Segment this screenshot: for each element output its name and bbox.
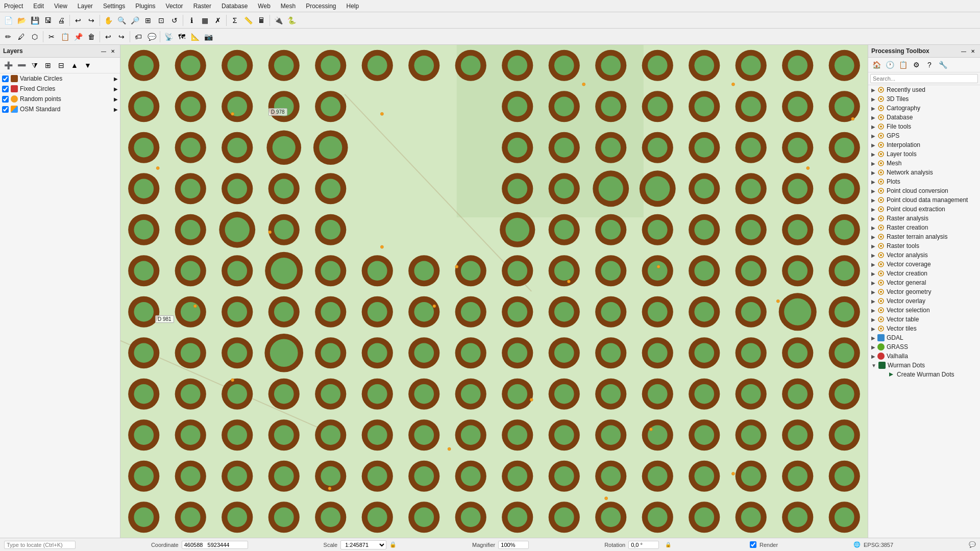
layer-expand-variable-circles[interactable]: ▶ — [114, 76, 118, 82]
toolbox-item-vector-tiles[interactable]: ▶Vector tiles — [868, 324, 980, 333]
toolbox-item-gps[interactable]: ▶GPS — [868, 131, 980, 140]
layer-check-random-points[interactable] — [2, 96, 9, 103]
processing-history-button[interactable]: 🕐 — [884, 59, 896, 71]
deselect-button[interactable]: ✗ — [212, 14, 224, 27]
toolbox-item-raster-terrain-analysis[interactable]: ▶Raster terrain analysis — [868, 232, 980, 241]
refresh-button[interactable]: ↺ — [168, 14, 181, 27]
print-button[interactable]: 🖨 — [55, 14, 67, 27]
cut-features-button[interactable]: ✂ — [45, 31, 58, 43]
layer-item-variable-circles[interactable]: Variable Circles ▶ — [0, 73, 120, 84]
menu-database[interactable]: Database — [219, 2, 250, 11]
plugin-manager-button[interactable]: 🔌 — [272, 14, 284, 27]
save-project-button[interactable]: 💾 — [29, 14, 41, 27]
layer-check-fixed-circles[interactable] — [2, 86, 9, 92]
zoom-full-button[interactable]: ⊞ — [142, 14, 154, 27]
menu-settings[interactable]: Settings — [101, 2, 127, 11]
toolbox-item-layer-tools[interactable]: ▶Layer tools — [868, 149, 980, 159]
layer-item-osm-standard[interactable]: OSM Standard ▶ — [0, 104, 120, 114]
toolbox-item-gdal[interactable]: ▶GDAL — [868, 333, 980, 342]
save-as-button[interactable]: 🖫 — [42, 14, 54, 27]
rotation-input[interactable] — [628, 541, 659, 549]
toolbox-item-point-cloud-extraction[interactable]: ▶Point cloud extraction — [868, 205, 980, 214]
zoom-in-button[interactable]: 🔍 — [115, 14, 128, 27]
toolbox-item-cartography[interactable]: ▶Cartography — [868, 104, 980, 113]
new-project-button[interactable]: 📄 — [2, 14, 14, 27]
move-up-button[interactable]: ▲ — [68, 59, 81, 71]
zoom-out-button[interactable]: 🔎 — [129, 14, 141, 27]
menu-web[interactable]: Web — [256, 2, 272, 11]
camera-button[interactable]: 📷 — [202, 31, 214, 43]
toolbox-item-vector-selection[interactable]: ▶Vector selection — [868, 306, 980, 315]
menu-raster[interactable]: Raster — [191, 2, 213, 11]
toolbox-item-grass[interactable]: ▶GRASS — [868, 342, 980, 352]
processing-home-button[interactable]: 🏠 — [870, 59, 883, 71]
annotation-button[interactable]: 💬 — [145, 31, 158, 43]
calculator-button[interactable]: 🖩 — [255, 14, 267, 27]
georef-button[interactable]: 📐 — [189, 31, 201, 43]
pan-button[interactable]: ✋ — [102, 14, 114, 27]
processing-settings-button[interactable]: 🔧 — [937, 59, 949, 71]
gpx-button[interactable]: 📡 — [162, 31, 175, 43]
coordinate-input[interactable] — [182, 541, 248, 549]
processing-minimize-button[interactable]: — — [960, 47, 968, 55]
processing-close-button[interactable]: ✕ — [969, 47, 977, 55]
toolbox-item-raster-tools[interactable]: ▶Raster tools — [868, 241, 980, 251]
layer-expand-fixed-circles[interactable]: ▶ — [114, 86, 118, 92]
layer-expand-osm[interactable]: ▶ — [114, 107, 118, 112]
add-layer-button[interactable]: ➕ — [2, 59, 14, 71]
menu-layer[interactable]: Layer — [76, 2, 95, 11]
toolbox-item-recently-used[interactable]: ▶Recently used — [868, 85, 980, 94]
toolbox-item-plots[interactable]: ▶Plots — [868, 177, 980, 186]
osm-button[interactable]: 🗺 — [176, 31, 188, 43]
expand-all-button[interactable]: ⊞ — [42, 59, 54, 71]
python-console-button[interactable]: 🐍 — [285, 14, 298, 27]
toolbox-item-raster-creation[interactable]: ▶Raster creation — [868, 223, 980, 232]
zoom-selection-button[interactable]: ⊡ — [155, 14, 167, 27]
menu-mesh[interactable]: Mesh — [279, 2, 298, 11]
label-button[interactable]: 🏷 — [132, 31, 144, 43]
menu-help[interactable]: Help — [345, 2, 361, 11]
magnifier-input[interactable] — [498, 541, 529, 549]
toolbox-child-create-wurman-dots[interactable]: Create Wurman Dots — [868, 370, 980, 379]
menu-vector[interactable]: Vector — [164, 2, 185, 11]
remove-layer-button[interactable]: ➖ — [15, 59, 28, 71]
layer-item-random-points[interactable]: Random points ▶ — [0, 94, 120, 104]
menu-view[interactable]: View — [52, 2, 69, 11]
layer-expand-random-points[interactable]: ▶ — [114, 96, 118, 102]
undo-button[interactable]: ↩ — [72, 14, 84, 27]
toolbox-item-valhalla[interactable]: ▶Valhalla — [868, 352, 980, 361]
toolbox-item-mesh[interactable]: ▶Mesh — [868, 159, 980, 168]
layers-close-button[interactable]: ✕ — [109, 47, 117, 55]
toolbox-item-vector-analysis[interactable]: ▶Vector analysis — [868, 251, 980, 260]
menu-edit[interactable]: Edit — [31, 2, 46, 11]
menu-processing[interactable]: Processing — [304, 2, 338, 11]
collapse-all-button[interactable]: ⊟ — [55, 59, 67, 71]
select-button[interactable]: ▦ — [199, 14, 211, 27]
measure-button[interactable]: 📏 — [242, 14, 254, 27]
undo2-button[interactable]: ↩ — [102, 31, 114, 43]
processing-help-button[interactable]: ? — [923, 59, 936, 71]
toolbox-item-vector-creation[interactable]: ▶Vector creation — [868, 269, 980, 278]
toolbox-item-point-cloud-data-management[interactable]: ▶Point cloud data management — [868, 195, 980, 205]
toolbox-item-vector-general[interactable]: ▶Vector general — [868, 278, 980, 287]
toolbox-item-network-analysis[interactable]: ▶Network analysis — [868, 168, 980, 177]
digitize-button[interactable]: ✏ — [2, 31, 14, 43]
toolbox-item-raster-analysis[interactable]: ▶Raster analysis — [868, 214, 980, 223]
layer-check-variable-circles[interactable] — [2, 76, 9, 82]
processing-options-button[interactable]: ⚙ — [910, 59, 922, 71]
filter-layer-button[interactable]: ⧩ — [29, 59, 41, 71]
menu-project[interactable]: Project — [2, 2, 25, 11]
toolbox-item-vector-overlay[interactable]: ▶Vector overlay — [868, 296, 980, 306]
toolbox-item-3d-tiles[interactable]: ▶3D Tiles — [868, 94, 980, 104]
sum-button[interactable]: Σ — [229, 14, 241, 27]
map-canvas[interactable]: D 978 D 981 — [120, 45, 868, 538]
toolbox-item-point-cloud-conversion[interactable]: ▶Point cloud conversion — [868, 186, 980, 195]
toolbox-item-vector-coverage[interactable]: ▶Vector coverage — [868, 260, 980, 269]
redo2-button[interactable]: ↪ — [115, 31, 128, 43]
toolbox-item-file-tools[interactable]: ▶File tools — [868, 122, 980, 131]
delete-features-button[interactable]: 🗑 — [85, 31, 97, 43]
move-down-button[interactable]: ▼ — [82, 59, 94, 71]
rotation-lock-button[interactable]: 🔒 — [662, 539, 674, 551]
processing-search-input[interactable] — [870, 74, 978, 83]
node-tool-button[interactable]: ⬡ — [29, 31, 41, 43]
